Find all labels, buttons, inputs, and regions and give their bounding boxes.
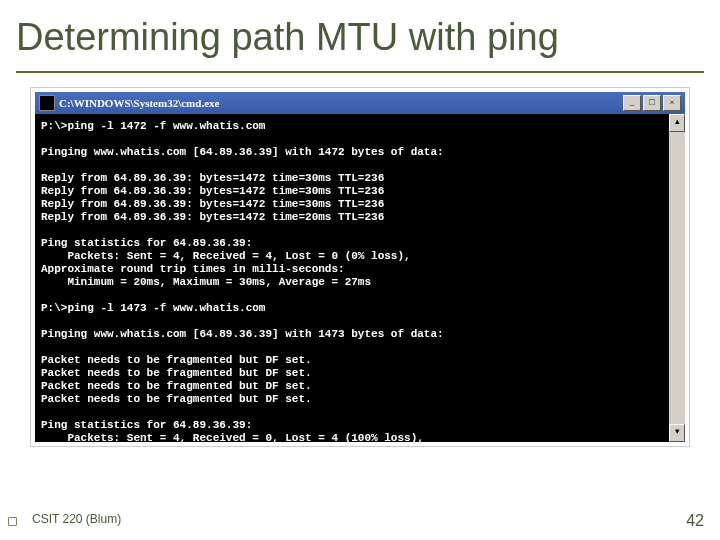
maximize-button[interactable]: □ <box>643 95 661 111</box>
title-rule <box>16 71 704 73</box>
scroll-up-icon[interactable]: ▴ <box>669 114 685 132</box>
page-number: 42 <box>686 512 704 530</box>
scroll-track[interactable] <box>669 132 685 424</box>
terminal-output[interactable]: P:\>ping -l 1472 -f www.whatis.com Pingi… <box>35 114 685 442</box>
footer-left: CSIT 220 (Blum) <box>32 512 121 530</box>
slide: Determining path MTU with ping C:\WINDOW… <box>0 0 720 540</box>
titlebar[interactable]: C:\WINDOWS\System32\cmd.exe _ □ × <box>35 92 685 114</box>
minimize-button[interactable]: _ <box>623 95 641 111</box>
scrollbar[interactable]: ▴ ▾ <box>669 114 685 442</box>
close-button[interactable]: × <box>663 95 681 111</box>
slide-title: Determining path MTU with ping <box>0 0 720 59</box>
window-title: C:\WINDOWS\System32\cmd.exe <box>59 97 621 109</box>
cmd-window: C:\WINDOWS\System32\cmd.exe _ □ × P:\>pi… <box>30 87 690 447</box>
scroll-down-icon[interactable]: ▾ <box>669 424 685 442</box>
cmd-icon <box>39 95 55 111</box>
footer: CSIT 220 (Blum) 42 <box>16 512 704 530</box>
